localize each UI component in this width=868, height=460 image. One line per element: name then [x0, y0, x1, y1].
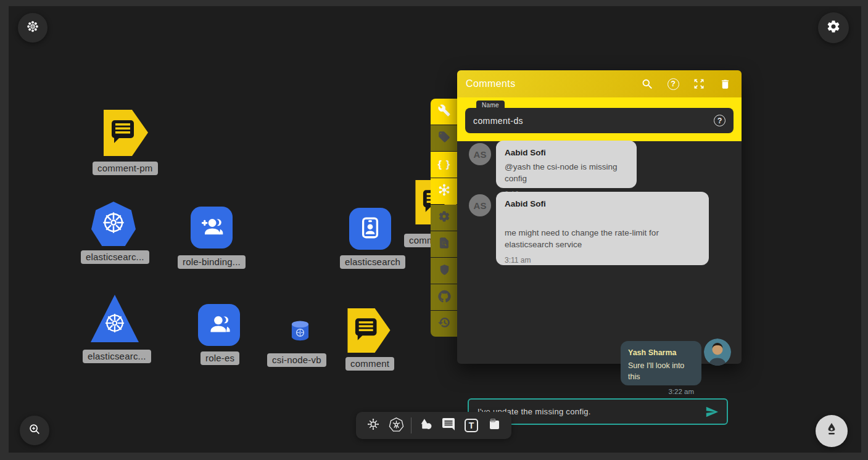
expand-icon[interactable] [692, 77, 706, 91]
comments-panel-header[interactable]: Comments ? [457, 70, 742, 97]
avatar-photo [704, 339, 731, 366]
node-label[interactable]: comment [345, 357, 394, 371]
comments-panel: Comments ? Name ? AS Aabid Sofi @yash th… [457, 70, 742, 364]
text-icon: T [465, 419, 478, 432]
node-elasticsearch-serviceaccount[interactable] [349, 208, 391, 250]
braces-icon: { } [438, 158, 451, 171]
history-icon [438, 316, 450, 331]
canvas-tools-toolbar: T [356, 412, 511, 439]
doc-search-icon [438, 237, 450, 252]
mesh-hub-icon [437, 183, 451, 199]
avatar: AS [469, 194, 491, 216]
comments-thread: AS Aabid Sofi @yash the csi-node is miss… [457, 141, 742, 364]
design-icon [366, 417, 381, 434]
tool-shapes[interactable] [415, 412, 437, 439]
service-account-badge-icon [357, 215, 383, 243]
toolbar-item-mesh[interactable] [431, 178, 458, 204]
message-author: Aabid Sofi [505, 198, 700, 210]
toolbar-item-security[interactable] [431, 258, 458, 284]
users-icon [205, 310, 233, 340]
toolbar-item-github[interactable] [431, 284, 458, 310]
toolbar-item-inspect[interactable] [431, 231, 458, 257]
github-icon [438, 290, 451, 305]
name-field-wrapper: Name ? [465, 108, 734, 133]
message-time: 3:22 am [628, 387, 694, 397]
wrench-icon [438, 104, 450, 119]
zoom-in-button[interactable] [20, 416, 49, 445]
message-time: 3:11 am [505, 255, 700, 266]
tool-text[interactable]: T [460, 412, 483, 439]
note-icon [487, 417, 502, 434]
kubernetes-icon [389, 417, 404, 435]
panel-title: Comments [466, 78, 640, 89]
tag-icon [438, 131, 450, 146]
toolbar-item-json[interactable]: { } [431, 152, 458, 178]
shapes-icon [418, 417, 434, 435]
tool-note[interactable] [483, 412, 506, 439]
pen-tool-button[interactable] [816, 415, 848, 447]
comment-node-icon [104, 147, 148, 158]
app-menu-button[interactable] [18, 13, 48, 43]
send-icon[interactable] [705, 405, 719, 419]
toolbar-item-history[interactable] [431, 311, 458, 337]
toolbar-item-configure[interactable] [431, 99, 458, 125]
toolbar-item-labels[interactable] [431, 125, 458, 151]
add-user-icon [198, 213, 225, 242]
message-text: me might need to change the rate-limit f… [505, 227, 700, 251]
shield-icon [439, 264, 450, 278]
tool-comment[interactable] [437, 412, 460, 439]
node-label[interactable]: elasticsearc... [81, 250, 149, 264]
storage-cylinder-icon [290, 333, 310, 343]
message-text: Sure I'll look into this [628, 360, 694, 382]
avatar: AS [469, 143, 491, 165]
node-comment-pm[interactable] [104, 110, 148, 158]
message-author: Yash Sharma [628, 347, 694, 358]
node-label[interactable]: elasticsearch [340, 255, 405, 269]
name-input[interactable] [473, 116, 714, 126]
kubernetes-wheel-icon [101, 210, 126, 238]
node-csi-node-vb[interactable] [290, 320, 310, 344]
comment-message: Aabid Sofi @yash the csi-node is missing… [496, 141, 637, 188]
comment-node-icon [347, 344, 391, 355]
tool-kubernetes[interactable] [385, 412, 408, 439]
node-label[interactable]: csi-node-vb [267, 353, 326, 367]
node-label[interactable]: role-binding... [178, 255, 246, 269]
node-comment[interactable] [347, 308, 391, 355]
node-action-toolbar: { } [431, 99, 458, 337]
node-role-binding[interactable] [191, 207, 233, 248]
help-icon[interactable]: ? [666, 77, 680, 91]
toolbar-item-settings[interactable] [431, 205, 458, 231]
tool-design[interactable] [362, 412, 385, 439]
kubernetes-wheel-icon [103, 311, 126, 342]
comment-message-own: Yash Sharma Sure I'll look into this 3:2… [621, 341, 701, 385]
pen-nib-icon [824, 422, 840, 440]
node-role-es[interactable] [198, 304, 240, 346]
name-help-icon[interactable]: ? [714, 115, 725, 126]
name-section: Name ? [457, 97, 742, 141]
comment-message: Aabid Sofi me might need to change the r… [496, 192, 709, 265]
zoom-in-icon [28, 422, 41, 438]
node-label[interactable]: role-es [200, 351, 239, 365]
node-label[interactable]: elasticsearc... [83, 350, 151, 363]
kubernetes-wheel-icon [26, 20, 39, 36]
gear-icon [826, 19, 841, 36]
comment-input[interactable] [477, 407, 705, 416]
settings-button[interactable] [818, 12, 849, 43]
search-icon[interactable] [640, 77, 654, 91]
node-label[interactable]: comment-pm [93, 162, 158, 175]
trash-icon[interactable] [718, 77, 732, 91]
message-text: @yash the csi-node is missing config [505, 161, 628, 185]
message-author: Aabid Sofi [505, 147, 628, 159]
toolbar-divider [411, 417, 411, 433]
name-field-label: Name [476, 101, 505, 110]
gear-icon [438, 210, 450, 225]
comment-icon [441, 417, 456, 434]
